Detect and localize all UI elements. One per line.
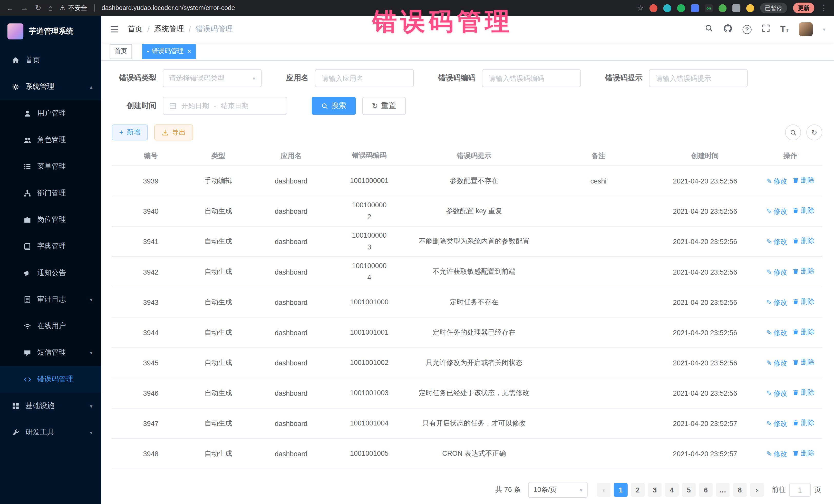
link-label: 删除 xyxy=(800,327,814,337)
search-icon xyxy=(790,129,796,136)
page-button[interactable]: 2 xyxy=(631,483,644,497)
delete-link[interactable]: 删除 xyxy=(793,297,814,306)
paused-badge[interactable]: 已暂停 xyxy=(760,3,787,13)
browser-reload-icon[interactable]: ↻ xyxy=(35,4,41,12)
extension-icon[interactable] xyxy=(650,4,657,12)
edit-link[interactable]: ✎修改 xyxy=(766,267,787,277)
export-button[interactable]: 导出 xyxy=(154,125,193,140)
update-button[interactable]: 更新 xyxy=(793,3,814,13)
search-button[interactable]: 搜索 xyxy=(312,97,356,115)
browser-forward-icon[interactable]: → xyxy=(21,4,28,12)
tab-error-code[interactable]: ● 错误码管理 × xyxy=(142,44,196,59)
page-ellipsis[interactable]: … xyxy=(716,483,730,497)
cell-time: 2021-04-20 23:52:56 xyxy=(652,268,758,276)
page-size-select[interactable]: 10条/页 ▾ xyxy=(528,482,588,498)
extension-icon[interactable] xyxy=(691,4,699,12)
app-name-input[interactable] xyxy=(315,69,414,87)
edit-link[interactable]: ✎修改 xyxy=(766,419,787,429)
browser-home-icon[interactable]: ⌂ xyxy=(48,4,53,12)
error-type-select[interactable]: 请选择错误码类型 ▾ xyxy=(163,69,262,87)
date-range-picker[interactable]: 开始日期 - 结束日期 xyxy=(163,97,287,115)
delete-link[interactable]: 删除 xyxy=(793,357,814,367)
delete-link[interactable]: 删除 xyxy=(793,176,814,185)
sidebar-item-online-users[interactable]: 在线用户 xyxy=(0,313,101,339)
prev-page-button[interactable]: ‹ xyxy=(597,483,611,497)
breadcrumb-section[interactable]: 系统管理 xyxy=(154,24,184,34)
tab-home[interactable]: 首页 xyxy=(110,44,132,59)
delete-link[interactable]: 删除 xyxy=(793,327,814,337)
edit-link[interactable]: ✎修改 xyxy=(766,358,787,368)
field-label: 错误码编码 xyxy=(438,73,476,83)
breadcrumb-home[interactable]: 首页 xyxy=(128,24,142,34)
extension-on-icon[interactable]: on xyxy=(705,4,712,12)
refresh-button[interactable]: ↻ xyxy=(806,125,822,140)
error-code-input[interactable] xyxy=(482,69,581,87)
page-button[interactable]: 5 xyxy=(682,483,696,497)
error-msg-input[interactable] xyxy=(649,69,748,87)
edit-icon: ✎ xyxy=(766,207,772,216)
link-label: 修改 xyxy=(773,389,787,398)
sidebar-item-audit-log[interactable]: 审计日志 ▾ xyxy=(0,286,101,313)
close-icon[interactable]: × xyxy=(187,48,191,55)
extension-icon[interactable] xyxy=(719,4,726,12)
sidebar-item-notices[interactable]: 通知公告 xyxy=(0,259,101,286)
cell-memo: ceshi xyxy=(545,177,652,185)
toggle-search-button[interactable] xyxy=(785,125,801,140)
extension-icon[interactable] xyxy=(677,4,685,12)
user-avatar[interactable] xyxy=(799,22,813,36)
reset-button[interactable]: ↻ 重置 xyxy=(363,97,406,115)
delete-link[interactable]: 删除 xyxy=(793,206,814,216)
page-button[interactable]: 4 xyxy=(665,483,679,497)
cell-time: 2021-04-20 23:52:57 xyxy=(652,450,758,458)
address-bar[interactable]: dashboard.yudao.iocoder.cn/system/error-… xyxy=(102,4,630,12)
sidebar-item-home[interactable]: 首页 xyxy=(0,47,101,73)
avatar-caret-icon[interactable]: ▾ xyxy=(823,26,825,32)
sidebar-item-dictionary[interactable]: 字典管理 xyxy=(0,233,101,260)
browser-menu-dots-icon[interactable]: ⋮ xyxy=(820,4,828,12)
edit-link[interactable]: ✎修改 xyxy=(766,298,787,307)
search-icon[interactable] xyxy=(705,24,713,35)
sidebar-item-positions[interactable]: 岗位管理 xyxy=(0,206,101,233)
edit-icon: ✎ xyxy=(766,268,772,276)
sidebar-item-dev-tools[interactable]: 研发工具 ▾ xyxy=(0,419,101,446)
github-icon[interactable] xyxy=(723,24,732,35)
extensions-puzzle-icon[interactable] xyxy=(732,4,740,12)
page-button[interactable]: 8 xyxy=(733,483,747,497)
link-label: 修改 xyxy=(773,358,787,368)
delete-link[interactable]: 删除 xyxy=(793,267,814,276)
edit-link[interactable]: ✎修改 xyxy=(766,389,787,398)
edit-link[interactable]: ✎修改 xyxy=(766,450,787,459)
delete-link[interactable]: 删除 xyxy=(793,388,814,397)
sidebar-item-system[interactable]: 系统管理 ▴ xyxy=(0,73,101,100)
sidebar-item-users[interactable]: 用户管理 xyxy=(0,100,101,127)
edit-link[interactable]: ✎修改 xyxy=(766,177,787,186)
extension-icon[interactable] xyxy=(663,4,671,12)
sidebar-item-infrastructure[interactable]: 基础设施 ▾ xyxy=(0,393,101,419)
delete-link[interactable]: 删除 xyxy=(793,236,814,246)
profile-avatar-icon[interactable] xyxy=(746,4,754,12)
fullscreen-icon[interactable] xyxy=(762,24,770,35)
edit-link[interactable]: ✎修改 xyxy=(766,237,787,247)
page-button[interactable]: 1 xyxy=(614,483,628,497)
next-page-button[interactable]: › xyxy=(750,483,764,497)
browser-back-icon[interactable]: ← xyxy=(6,4,14,12)
sidebar-item-error-code[interactable]: 错误码管理 xyxy=(0,366,101,393)
edit-link[interactable]: ✎修改 xyxy=(766,207,787,216)
hamburger-icon[interactable] xyxy=(110,24,119,34)
font-size-icon[interactable]: TT xyxy=(781,25,789,34)
security-indicator[interactable]: ⚠ 不安全 xyxy=(60,3,87,12)
delete-link[interactable]: 删除 xyxy=(793,448,814,458)
cell-type: 自动生成 xyxy=(190,206,247,216)
sidebar-item-departments[interactable]: 部门管理 xyxy=(0,180,101,206)
sidebar-item-roles[interactable]: 角色管理 xyxy=(0,127,101,153)
bookmark-star-icon[interactable]: ☆ xyxy=(637,4,643,12)
page-button[interactable]: 6 xyxy=(699,483,713,497)
sidebar-item-menus[interactable]: 菜单管理 xyxy=(0,153,101,180)
delete-link[interactable]: 删除 xyxy=(793,418,814,428)
edit-link[interactable]: ✎修改 xyxy=(766,328,787,337)
page-button[interactable]: 3 xyxy=(648,483,662,497)
help-icon[interactable]: ? xyxy=(743,25,752,34)
sidebar-item-sms[interactable]: 短信管理 ▾ xyxy=(0,339,101,366)
goto-page-input[interactable] xyxy=(789,483,811,497)
add-button[interactable]: + 新增 xyxy=(112,125,148,140)
